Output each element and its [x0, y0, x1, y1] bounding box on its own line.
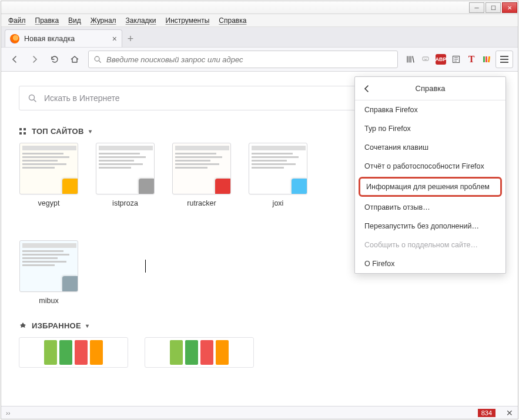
svg-point-6: [29, 95, 35, 100]
site-thumb: [249, 143, 307, 194]
svg-rect-18: [99, 153, 140, 154]
site-thumb: [19, 143, 78, 194]
menubar: ФайлПравкаВидЖурналЗакладкиИнструментыСп…: [1, 14, 518, 27]
svg-rect-17: [99, 146, 153, 150]
help-item[interactable]: Отправить отзыв…: [355, 198, 505, 217]
favorites-header[interactable]: ИЗБРАННОЕ ▾: [19, 321, 500, 330]
tab-active[interactable]: Новая вкладка ×: [5, 29, 122, 47]
url-input[interactable]: [106, 55, 393, 64]
titlebar: ─ ☐ ✕: [1, 1, 518, 14]
search-icon: [28, 93, 37, 103]
svg-rect-20: [99, 160, 134, 162]
favorites-label: ИЗБРАННОЕ: [32, 321, 81, 330]
book-icon: [185, 340, 198, 365]
svg-rect-9: [19, 132, 22, 135]
book-icon: [59, 340, 72, 365]
search-icon: [93, 55, 102, 63]
svg-rect-26: [175, 160, 210, 162]
site-thumb: [172, 143, 231, 194]
favorites-row: [19, 337, 500, 368]
svg-point-0: [95, 56, 99, 61]
home-button[interactable]: [66, 51, 83, 68]
book-icon: [75, 340, 88, 365]
chevron-down-icon: ▾: [86, 322, 89, 329]
abp-icon[interactable]: ABP: [434, 53, 447, 66]
help-item[interactable]: Сочетания клавиш: [355, 138, 505, 157]
status-close-icon[interactable]: ✕: [506, 408, 513, 418]
books-icon[interactable]: [480, 53, 493, 66]
svg-rect-39: [22, 261, 66, 263]
menu-журнал[interactable]: Журнал: [86, 15, 121, 26]
menu-инструменты[interactable]: Инструменты: [161, 15, 215, 26]
site-tile-rutracker[interactable]: rutracker: [172, 143, 232, 207]
url-bar[interactable]: [88, 51, 398, 68]
site-tile-mibux[interactable]: mibux: [19, 240, 79, 305]
site-favicon: [139, 179, 154, 194]
forward-button[interactable]: [26, 51, 43, 68]
site-label: istproza: [112, 199, 138, 207]
menu-закладки[interactable]: Закладки: [121, 15, 161, 26]
svg-rect-36: [22, 250, 63, 252]
menu-файл[interactable]: Файл: [4, 15, 31, 26]
help-item[interactable]: Перезапустить без дополнений…: [355, 217, 505, 236]
book-icon: [44, 340, 57, 365]
help-item[interactable]: Отчёт о работоспособности Firefox: [355, 157, 505, 176]
menu-вид[interactable]: Вид: [63, 15, 86, 26]
svg-rect-10: [24, 132, 26, 135]
panel-title: Справка: [379, 84, 505, 93]
new-tab-button[interactable]: +: [122, 31, 139, 47]
site-favicon: [62, 276, 78, 291]
svg-rect-33: [252, 163, 296, 165]
svg-rect-24: [175, 153, 216, 154]
svg-rect-25: [175, 156, 222, 158]
svg-rect-11: [22, 146, 76, 150]
chevrons-icon: ››: [6, 409, 10, 416]
site-label: mibux: [39, 297, 58, 305]
text-cursor-icon: [145, 260, 146, 273]
site-tile-vegypt[interactable]: vegypt: [19, 143, 79, 207]
book-icon: [216, 340, 229, 365]
favorite-card[interactable]: [19, 337, 128, 368]
close-window-button[interactable]: ✕: [502, 2, 517, 13]
svg-rect-27: [175, 163, 219, 165]
menu-справка[interactable]: Справка: [214, 15, 251, 26]
svg-rect-5: [488, 56, 490, 62]
favorite-card[interactable]: [145, 337, 254, 368]
minimize-button[interactable]: ─: [469, 2, 484, 13]
svg-rect-31: [252, 156, 299, 158]
tab-close-button[interactable]: ×: [112, 34, 117, 43]
help-item[interactable]: Тур по Firefox: [355, 119, 505, 138]
library-icon[interactable]: [404, 53, 417, 66]
status-bar: ›› 834 ✕: [1, 406, 518, 419]
menu-button[interactable]: [495, 51, 513, 68]
site-favicon: [62, 179, 78, 194]
pin-icon: [19, 322, 27, 330]
help-item[interactable]: Справка Firefox: [355, 100, 505, 119]
book-icon: [170, 340, 183, 365]
svg-rect-35: [22, 243, 76, 248]
help-item: Сообщить о поддельном сайте…: [355, 236, 505, 254]
site-label: rutracker: [187, 199, 216, 207]
page-search-placeholder: Искать в Интернете: [44, 93, 120, 103]
svg-rect-37: [22, 254, 69, 256]
svg-rect-15: [22, 163, 66, 165]
reader-icon[interactable]: [450, 53, 463, 66]
back-button[interactable]: [6, 51, 24, 68]
svg-rect-22: [99, 167, 131, 169]
maximize-button[interactable]: ☐: [485, 2, 501, 13]
menu-правка[interactable]: Правка: [31, 15, 64, 26]
book-icon: [200, 340, 213, 365]
site-tile-joxi[interactable]: joxi: [248, 143, 308, 207]
site-tile-istproza[interactable]: istproza: [95, 143, 155, 207]
t-extension-icon[interactable]: T: [465, 53, 478, 66]
svg-rect-7: [19, 128, 22, 130]
svg-rect-30: [252, 153, 293, 154]
help-item[interactable]: Информация для решения проблем: [359, 177, 502, 197]
pocket-icon[interactable]: [419, 53, 432, 66]
site-thumb: [19, 240, 78, 292]
help-item[interactable]: О Firefox: [355, 254, 505, 273]
svg-rect-28: [175, 167, 207, 169]
panel-back-button[interactable]: [355, 85, 379, 93]
reload-button[interactable]: [46, 51, 63, 68]
top-sites-label: ТОП САЙТОВ: [32, 127, 84, 136]
